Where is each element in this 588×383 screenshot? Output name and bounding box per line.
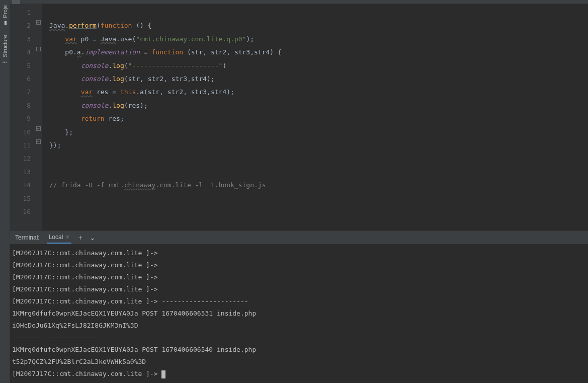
cursor (161, 370, 165, 378)
code-line: // frida -U -f cmt.chinaway.com.lite -l … (49, 179, 588, 192)
code-line: console.log("----------------------") (49, 59, 588, 72)
line-number: 7 (12, 86, 31, 99)
fold-toggle[interactable]: − (36, 126, 41, 131)
code-content[interactable]: Java.perform(function () { var p0 = Java… (42, 4, 588, 231)
folder-icon: ▮ (2, 20, 8, 27)
line-number: 12 (12, 152, 31, 165)
line-number: 16 (12, 205, 31, 218)
terminal-line: ---------------------- (12, 332, 586, 344)
terminal-line: [M2007J17C::cmt.chinaway.com.lite ]-> (12, 247, 586, 259)
line-number: 6 (12, 72, 31, 86)
line-number: 9 (12, 112, 31, 125)
code-line: }; (49, 126, 588, 139)
terminal-line: t52p7QCZ%2FU%2BlrC2aL3keVWHk5a0%3D (12, 356, 586, 368)
code-line (49, 6, 588, 19)
fold-gutter: − − − − (35, 4, 42, 231)
line-number: 3 (12, 33, 31, 46)
line-number: 15 (12, 192, 31, 205)
editor-tab-bar (10, 0, 588, 4)
code-line: return res; (49, 112, 588, 125)
terminal-line: [M2007J17C::cmt.chinaway.com.lite ]-> (12, 283, 586, 295)
code-line: Java.perform(function () { (49, 19, 588, 32)
sidebar-project-button[interactable]: ▮ Proje (1, 1, 9, 31)
terminal-line: 1KMrg0dfufc0wpnXEJacEQX1YEUYA0Ja POST 16… (12, 308, 586, 320)
structure-icon: ⠇ (2, 59, 8, 63)
editor-tab[interactable] (12, 0, 20, 4)
fold-toggle[interactable]: − (36, 139, 41, 144)
code-line: }); (49, 139, 588, 152)
code-line: var p0 = Java.use("cmt.chinaway.com.lite… (49, 33, 588, 46)
close-icon[interactable]: × (64, 234, 69, 241)
main-area: 1 2 3 4 5 6 7 8 9 10 11 12 13 14 15 16 −… (10, 0, 588, 383)
terminal-line: iOHcDoJu61Xq%2FsLJ82I8GJKM3nI%3D (12, 320, 586, 332)
terminal-tab-local[interactable]: Local × (47, 232, 71, 244)
code-line (49, 192, 588, 205)
terminal-dropdown-button[interactable]: ⌄ (90, 234, 96, 242)
line-number-gutter: 1 2 3 4 5 6 7 8 9 10 11 12 13 14 15 16 (10, 4, 35, 231)
terminal-line: [M2007J17C::cmt.chinaway.com.lite ]-> (12, 259, 586, 271)
add-terminal-button[interactable]: + (78, 234, 82, 242)
line-number: 8 (12, 99, 31, 112)
terminal-panel: Terminal: Local × + ⌄ [M2007J17C::cmt.ch… (10, 231, 588, 383)
line-number: 4 (12, 46, 31, 59)
terminal-output[interactable]: [M2007J17C::cmt.chinaway.com.lite ]->[M2… (10, 244, 588, 383)
line-number: 13 (12, 166, 31, 179)
fold-toggle[interactable]: − (36, 47, 41, 51)
code-line (49, 152, 588, 165)
code-line: console.log(str, str2, str3,str4); (49, 72, 588, 86)
code-line: var res = this.a(str, str2, str3,str4); (49, 86, 588, 99)
line-number: 10 (12, 126, 31, 139)
line-number: 14 (12, 179, 31, 192)
terminal-header: Terminal: Local × + ⌄ (10, 231, 588, 244)
code-line: console.log(res); (49, 99, 588, 112)
terminal-label: Terminal: (15, 234, 40, 241)
sidebar-structure-button[interactable]: ⠇ Structure (1, 31, 9, 67)
code-line (49, 166, 588, 179)
line-number: 11 (12, 139, 31, 152)
terminal-line: 1KMrg0dfufc0wpnXEJacEQX1YEUYA0Ja POST 16… (12, 344, 586, 356)
line-number: 1 (12, 6, 31, 19)
terminal-line: [M2007J17C::cmt.chinaway.com.lite ]-> (12, 271, 586, 283)
terminal-line: [M2007J17C::cmt.chinaway.com.lite ]-> --… (12, 295, 586, 308)
tool-window-bar: ▮ Proje ⠇ Structure (0, 0, 10, 383)
terminal-prompt: [M2007J17C::cmt.chinaway.com.lite ]-> (12, 368, 586, 380)
code-line: p0.a.implementation = function (str, str… (49, 46, 588, 59)
fold-toggle[interactable]: − (36, 20, 41, 25)
code-line (49, 205, 588, 218)
code-editor[interactable]: 1 2 3 4 5 6 7 8 9 10 11 12 13 14 15 16 −… (10, 4, 588, 231)
line-number: 2 (12, 19, 31, 32)
line-number: 5 (12, 59, 31, 72)
